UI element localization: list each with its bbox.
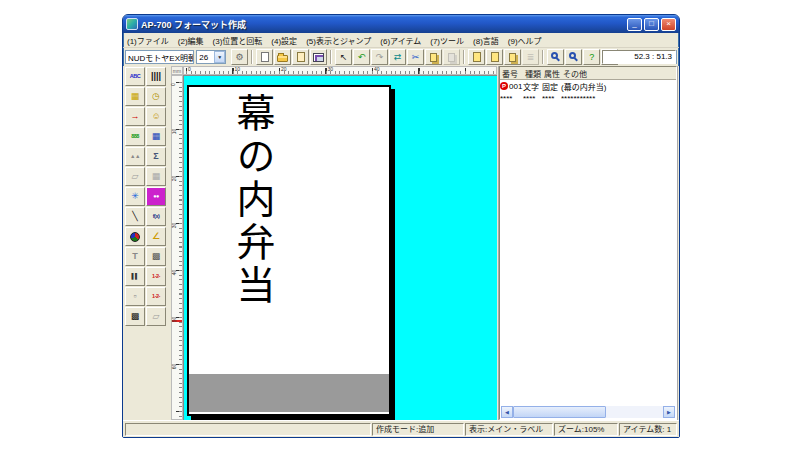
frame-tool[interactable]: ▫ bbox=[125, 287, 145, 306]
calculator-tool[interactable]: ▦ bbox=[146, 127, 166, 146]
barcode-tool[interactable]: |||| bbox=[146, 67, 166, 86]
page-item-tool[interactable]: ▱ bbox=[146, 307, 166, 326]
item-row[interactable]: *********************** bbox=[500, 92, 676, 104]
barcode-tool-icon: |||| bbox=[151, 72, 161, 81]
transfer-button[interactable] bbox=[310, 49, 327, 65]
cut-icon: ✂ bbox=[412, 53, 420, 62]
grid-item-tool-icon: ▦ bbox=[131, 92, 140, 101]
property-gear-button[interactable]: ⚙ bbox=[231, 49, 248, 65]
horizontal-ruler: 010203040 bbox=[183, 66, 497, 75]
close-button[interactable]: × bbox=[661, 18, 676, 31]
menu-language[interactable]: (8)言語 bbox=[473, 35, 499, 46]
status-segments: 作成モード:追加表示:メイン・ラベルズーム:105%アイテム数: 1 bbox=[372, 423, 677, 436]
numbered-list-tool[interactable]: 1-2- bbox=[146, 267, 166, 286]
function-tool-icon: f(x) bbox=[153, 214, 160, 220]
scroll-right-icon[interactable]: ▶ bbox=[663, 406, 675, 418]
pie-chart-tool[interactable] bbox=[125, 227, 145, 246]
qr-code-tool[interactable]: ▩ bbox=[125, 307, 145, 326]
label-text-item[interactable]: 幕の内弁当 bbox=[233, 93, 272, 308]
font-selector[interactable]: NUDモトヤEX明朝 ▼ bbox=[125, 50, 194, 64]
scrollbar-thumb[interactable] bbox=[513, 406, 606, 418]
table-tool[interactable]: ▦ bbox=[146, 167, 166, 186]
title-bar[interactable]: AP-700 フォーマット作成 _ □ × bbox=[123, 15, 679, 33]
shape-tool[interactable]: ▲▲ bbox=[125, 147, 145, 166]
item-list-button[interactable]: ≣ bbox=[522, 49, 539, 65]
menu-settings[interactable]: (4)設定 bbox=[271, 35, 297, 46]
image-tool[interactable]: T bbox=[125, 247, 145, 266]
menu-help[interactable]: (9)ヘルプ bbox=[508, 35, 542, 46]
design-canvas[interactable]: 幕の内弁当 bbox=[183, 75, 497, 420]
next-page-button[interactable] bbox=[486, 49, 503, 65]
counter-tool[interactable]: 888 bbox=[125, 127, 145, 146]
frame-tool-icon: ▫ bbox=[133, 292, 136, 301]
chevron-down-icon[interactable]: ▼ bbox=[214, 51, 225, 63]
select-arrow-button[interactable]: ↖ bbox=[335, 49, 352, 65]
status-create-mode: 作成モード:追加 bbox=[372, 423, 464, 436]
scrollbar-track[interactable] bbox=[513, 406, 663, 418]
toolbar-separator bbox=[251, 50, 253, 64]
font-size-selector[interactable]: 26 ▼ bbox=[196, 50, 226, 64]
help-lamp-button[interactable]: ? bbox=[583, 49, 600, 65]
new-format-button[interactable] bbox=[256, 49, 273, 65]
minimize-button[interactable]: _ bbox=[627, 18, 642, 31]
item-number-cell: **** bbox=[500, 94, 523, 103]
effect-tool-icon: ✳ bbox=[131, 192, 139, 201]
qr-code-tool-icon: ▩ bbox=[131, 312, 140, 321]
label-document[interactable]: 幕の内弁当 bbox=[187, 85, 391, 416]
text-tool[interactable]: ABC bbox=[125, 67, 145, 86]
undo-button[interactable]: ↶ bbox=[353, 49, 370, 65]
zoom-in-button[interactable] bbox=[565, 49, 582, 65]
numbering-tool[interactable]: 1-2- bbox=[146, 287, 166, 306]
line-tool[interactable]: ╲ bbox=[125, 207, 145, 226]
menu-view-jump[interactable]: (5)表示とジャンプ bbox=[306, 35, 371, 46]
item-list-rows: P001文字固定(幕の内弁当)*********************** bbox=[500, 80, 676, 104]
dither-tool[interactable]: ▩ bbox=[146, 247, 166, 266]
value-arrow-tool-icon: → bbox=[131, 112, 140, 121]
item-list-hscrollbar[interactable]: ◀ ▶ bbox=[501, 406, 675, 418]
toolbar-separator bbox=[330, 50, 332, 64]
angle-tool[interactable]: ∠ bbox=[146, 227, 166, 246]
maximize-button[interactable]: □ bbox=[644, 18, 659, 31]
time-tool[interactable]: ◷ bbox=[146, 87, 166, 106]
paste-button[interactable] bbox=[443, 49, 460, 65]
item-attribute-cell: 固定 bbox=[542, 81, 561, 92]
page-yellow-icon bbox=[473, 52, 481, 62]
status-bar: 作成モード:追加表示:メイン・ラベルズーム:105%アイテム数: 1 bbox=[123, 420, 679, 437]
ruler-number: 60 bbox=[172, 364, 177, 370]
move-item-button[interactable]: ⇄ bbox=[389, 49, 406, 65]
ruler-number: 50 bbox=[172, 317, 177, 323]
function-tool[interactable]: f(x) bbox=[146, 207, 166, 226]
shape-tool-icon: ▲▲ bbox=[130, 154, 140, 160]
cassette-tool[interactable]: ●● bbox=[146, 187, 166, 206]
grid-item-tool[interactable]: ▦ bbox=[125, 87, 145, 106]
menu-edit[interactable]: (2)編集 bbox=[178, 35, 204, 46]
zoom-out-button[interactable] bbox=[547, 49, 564, 65]
copy-item-tool[interactable]: ▱ bbox=[125, 167, 145, 186]
open-format-button[interactable] bbox=[274, 49, 291, 65]
toolbar-separator bbox=[542, 50, 544, 64]
redo-button[interactable]: ↷ bbox=[371, 49, 388, 65]
save-format-button[interactable] bbox=[292, 49, 309, 65]
face-mark-tool[interactable]: ☺ bbox=[146, 107, 166, 126]
coordinate-display: 52.3 : 51.3 bbox=[602, 50, 676, 64]
barcode2-tool[interactable]: ▌▌ bbox=[125, 267, 145, 286]
page-item-tool-icon: ▱ bbox=[153, 312, 160, 321]
item-row[interactable]: P001文字固定(幕の内弁当) bbox=[500, 80, 676, 92]
value-arrow-tool[interactable]: → bbox=[125, 107, 145, 126]
menu-file[interactable]: (1)ファイル bbox=[127, 35, 169, 46]
desktop: AP-700 フォーマット作成 _ □ × (1)ファイル(2)編集(3)位置と… bbox=[0, 0, 800, 450]
menu-tool[interactable]: (7)ツール bbox=[430, 35, 464, 46]
menu-position-rotation[interactable]: (3)位置と回転 bbox=[213, 35, 263, 46]
cut-button[interactable]: ✂ bbox=[407, 49, 424, 65]
prev-page-button[interactable] bbox=[468, 49, 485, 65]
item-type-cell: **** bbox=[523, 94, 542, 103]
sum-tool[interactable]: Σ bbox=[146, 147, 166, 166]
image-tool-icon: T bbox=[132, 252, 138, 261]
copy-button[interactable] bbox=[425, 49, 442, 65]
effect-tool[interactable]: ✳ bbox=[125, 187, 145, 206]
menu-item[interactable]: (6)アイテム bbox=[380, 35, 421, 46]
page-list-button[interactable] bbox=[504, 49, 521, 65]
vertical-ruler: 0102030405060 bbox=[171, 75, 183, 420]
item-list-panel: 番号 種類 属性 その他 P001文字固定(幕の内弁当)************… bbox=[499, 66, 677, 420]
scroll-left-icon[interactable]: ◀ bbox=[501, 406, 513, 418]
